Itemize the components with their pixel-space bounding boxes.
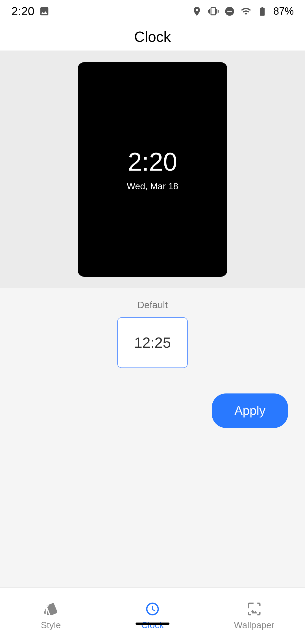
page-title-bar: Clock (0, 23, 305, 51)
status-bar: 2:20 87% (0, 0, 305, 23)
active-nav-indicator (136, 623, 169, 625)
wifi-icon (241, 6, 251, 17)
dnd-icon (224, 6, 235, 17)
photo-icon (39, 6, 50, 17)
status-bar-right: 87% (191, 5, 294, 17)
apply-button[interactable]: Apply (212, 393, 288, 428)
apply-area: Apply (0, 382, 305, 439)
status-bar-left: 2:20 (11, 5, 50, 18)
clock-style-time: 12:25 (134, 334, 171, 351)
wallpaper-icon (247, 601, 262, 617)
preview-area: 2:20 Wed, Mar 18 (0, 51, 305, 288)
vibrate-icon (208, 6, 219, 17)
battery-percent: 87% (273, 5, 294, 17)
location-icon (191, 6, 202, 17)
clock-icon (145, 601, 160, 617)
clock-preview-box: 2:20 Wed, Mar 18 (78, 62, 227, 277)
preview-time: 2:20 (128, 147, 177, 177)
selector-label: Default (137, 299, 168, 310)
page-title: Clock (134, 28, 171, 45)
nav-label-wallpaper: Wallpaper (234, 620, 274, 630)
style-icon (43, 601, 58, 617)
selector-area: Default 12:25 (0, 288, 305, 377)
preview-date: Wed, Mar 18 (127, 181, 178, 192)
battery-icon (257, 6, 268, 17)
clock-style-default[interactable]: 12:25 (117, 317, 188, 368)
nav-label-style: Style (41, 620, 61, 630)
nav-item-style[interactable]: Style (0, 601, 102, 630)
nav-item-clock[interactable]: Clock (102, 601, 203, 630)
status-time: 2:20 (11, 5, 34, 18)
nav-item-wallpaper[interactable]: Wallpaper (203, 601, 305, 630)
nav-label-clock: Clock (141, 620, 164, 630)
bottom-nav: Style Clock Wallpaper (0, 588, 305, 644)
